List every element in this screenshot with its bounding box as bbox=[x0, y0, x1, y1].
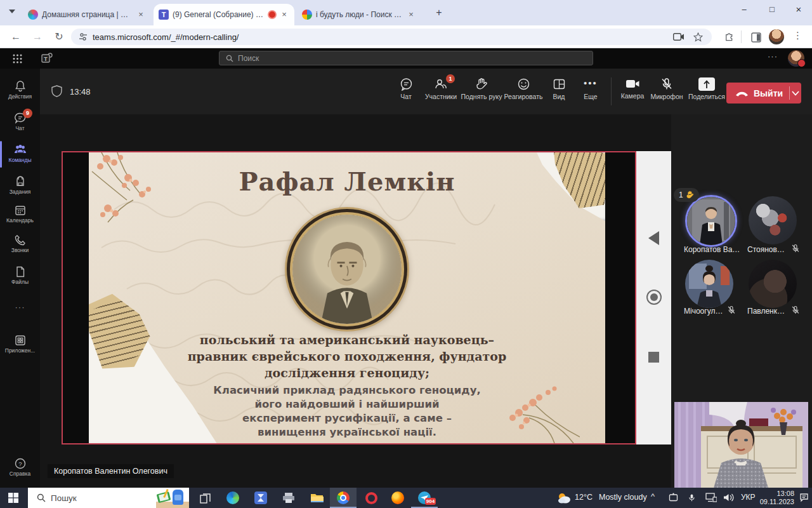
window-minimize-button[interactable]: – bbox=[731, 0, 757, 20]
sidebar-more-icon[interactable]: ··· bbox=[0, 302, 40, 312]
view-grid-icon bbox=[553, 77, 566, 91]
leave-label: Выйти bbox=[754, 88, 783, 98]
leave-button[interactable]: Выйти bbox=[726, 83, 801, 104]
url-text[interactable]: teams.microsoft.com/_#/modern-calling/ bbox=[93, 32, 239, 42]
chat-bubble-icon bbox=[400, 77, 413, 91]
start-button[interactable] bbox=[0, 488, 27, 508]
side-panel-icon[interactable] bbox=[751, 32, 761, 43]
sidebar-item-activity[interactable]: Действия bbox=[0, 80, 40, 100]
record-circle-icon[interactable] bbox=[646, 290, 662, 305]
opera-icon bbox=[365, 492, 377, 504]
tab-search-chevron-icon[interactable] bbox=[9, 10, 15, 13]
tray-date: 09.11.2023 bbox=[759, 498, 794, 506]
teams-profile-avatar[interactable] bbox=[788, 50, 804, 67]
microphone-button[interactable]: Микрофон bbox=[644, 77, 690, 100]
tray-network-icon[interactable] bbox=[705, 493, 717, 502]
speaker-video-tile[interactable] bbox=[674, 402, 808, 488]
taskbar-blue-app[interactable] bbox=[247, 488, 274, 508]
meeting-info-shield-icon[interactable] bbox=[51, 85, 62, 97]
camera-permission-icon[interactable] bbox=[673, 32, 684, 41]
leave-options-chevron-icon[interactable] bbox=[792, 91, 799, 96]
recording-dot-icon bbox=[268, 10, 277, 19]
sidebar-item-assignments[interactable]: Задания bbox=[0, 175, 40, 195]
participant-video-pavlenko[interactable] bbox=[749, 260, 797, 308]
participant-name: Павленко ... bbox=[747, 307, 787, 316]
participant-video-koropatov[interactable] bbox=[685, 195, 737, 247]
weather-condition[interactable]: Mostly cloudy bbox=[599, 493, 647, 502]
address-bar[interactable]: teams.microsoft.com/_#/modern-calling/ bbox=[71, 29, 712, 45]
back-button[interactable]: ← bbox=[9, 30, 23, 44]
teams-more-options-icon[interactable]: ··· bbox=[768, 51, 778, 61]
tray-snip-icon[interactable] bbox=[669, 493, 678, 502]
toolbar-divider bbox=[611, 77, 612, 105]
tab-close-icon[interactable]: × bbox=[406, 10, 416, 20]
sidebar-item-teams[interactable]: Команды bbox=[0, 144, 40, 163]
portrait-man bbox=[292, 215, 402, 324]
stop-square-icon[interactable] bbox=[648, 352, 659, 363]
window-close-button[interactable]: × bbox=[785, 0, 812, 20]
teams-search-box[interactable]: Поиск bbox=[219, 51, 593, 65]
more-ellipsis-icon: ••• bbox=[570, 77, 611, 91]
tab-google-search[interactable]: і будуть люди - Поиск в Googl × bbox=[297, 4, 421, 25]
clock[interactable]: 13:08 09.11.2023 bbox=[759, 490, 794, 506]
weather-temp[interactable]: 12°C bbox=[575, 493, 593, 502]
new-tab-button[interactable]: + bbox=[433, 6, 445, 19]
search-highlight-doodle[interactable] bbox=[156, 488, 189, 508]
previous-slide-icon[interactable] bbox=[648, 231, 659, 245]
tab-home[interactable]: Домашняя страница | Microso × bbox=[23, 4, 151, 25]
more-button[interactable]: ••• Еще bbox=[570, 77, 611, 100]
participant-name: Коропатов Вал... bbox=[684, 245, 742, 254]
leave-divider bbox=[789, 86, 790, 100]
teams-search-placeholder: Поиск bbox=[238, 54, 259, 63]
participant-3-video bbox=[685, 260, 733, 308]
taskbar-firefox-app[interactable] bbox=[384, 488, 411, 508]
sidebar-item-calls[interactable]: Звонки bbox=[0, 234, 40, 253]
telegram-badge: 904 bbox=[425, 498, 436, 505]
raise-hand-button[interactable]: Поднять руку bbox=[459, 77, 504, 100]
browser-menu-kebab-icon[interactable]: ⋮ bbox=[793, 30, 802, 41]
participant-video-michoogull[interactable] bbox=[685, 260, 733, 308]
sidebar-item-apps[interactable]: Приложен... bbox=[0, 334, 40, 354]
extensions-icon[interactable] bbox=[724, 32, 735, 43]
notification-center-icon[interactable] bbox=[799, 493, 809, 502]
sidebar-item-help[interactable]: ? Справка bbox=[0, 457, 40, 477]
sidebar-item-files[interactable]: Файлы bbox=[0, 265, 40, 285]
task-view-icon bbox=[200, 493, 211, 504]
taskbar-search-placeholder: Пошук bbox=[51, 493, 77, 503]
tab-close-icon[interactable]: × bbox=[136, 10, 146, 20]
tab-teams-meeting[interactable]: T (9) General (Собрание) | Mi × bbox=[154, 4, 294, 25]
taskbar-file-explorer[interactable] bbox=[303, 488, 330, 508]
site-settings-icon[interactable] bbox=[79, 32, 88, 41]
taskbar-printer-app[interactable] bbox=[275, 488, 302, 508]
reload-button[interactable]: ↻ bbox=[52, 30, 66, 44]
share-screen-icon bbox=[698, 77, 715, 91]
taskbar-telegram-app[interactable]: 904 bbox=[411, 488, 438, 508]
participant-video-stoyanova[interactable] bbox=[749, 196, 797, 244]
sidebar-item-calendar[interactable]: Календарь bbox=[0, 204, 40, 224]
forward-button[interactable]: → bbox=[30, 30, 44, 44]
taskbar-chrome-app[interactable] bbox=[330, 488, 357, 508]
taskbar-edge-app[interactable] bbox=[219, 488, 246, 508]
task-view-button[interactable] bbox=[192, 488, 218, 508]
taskbar-search-box[interactable]: Пошук bbox=[28, 488, 189, 508]
tray-chevron-up-icon[interactable]: ^ bbox=[651, 491, 655, 501]
tray-volume-icon[interactable] bbox=[723, 493, 735, 502]
taskbar-opera-app[interactable] bbox=[358, 488, 384, 508]
edge-icon bbox=[226, 491, 239, 504]
search-icon bbox=[37, 493, 46, 502]
sidebar-item-chat[interactable]: Чат 9 bbox=[0, 112, 40, 131]
weather-icon[interactable] bbox=[557, 491, 571, 504]
tray-mic-icon[interactable] bbox=[688, 493, 696, 503]
tab-title: Домашняя страница | Microso bbox=[42, 10, 132, 19]
participants-button[interactable]: Участники 1 bbox=[421, 77, 461, 100]
language-indicator[interactable]: УКР bbox=[741, 493, 756, 502]
shared-slide: Рафал Лемкін bbox=[62, 151, 636, 444]
window-maximize-button[interactable]: □ bbox=[759, 0, 785, 20]
app-launcher-waffle-icon[interactable] bbox=[13, 54, 22, 64]
tab-close-icon[interactable]: × bbox=[279, 10, 289, 20]
bookmark-star-icon[interactable] bbox=[693, 32, 703, 42]
microsoft365-favicon bbox=[28, 10, 38, 20]
share-button[interactable]: Поделиться bbox=[684, 77, 729, 100]
mic-muted-icon bbox=[791, 305, 800, 315]
profile-avatar[interactable] bbox=[769, 29, 784, 44]
